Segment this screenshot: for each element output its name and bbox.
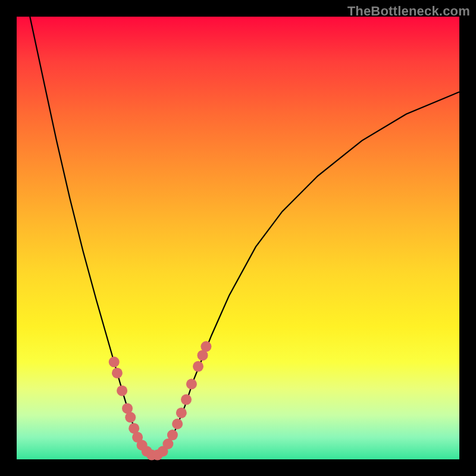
data-marker xyxy=(181,394,192,405)
bottleneck-curve xyxy=(30,17,459,455)
chart-area xyxy=(17,17,459,459)
data-marker xyxy=(193,361,203,372)
data-marker xyxy=(172,419,183,430)
data-marker xyxy=(201,341,211,352)
watermark-text: TheBottleneck.com xyxy=(347,4,470,19)
data-marker xyxy=(176,408,187,418)
data-marker xyxy=(117,386,127,396)
data-marker xyxy=(167,430,178,440)
data-marker xyxy=(125,412,136,422)
marker-group xyxy=(109,341,212,460)
data-marker xyxy=(112,368,123,378)
plot-svg xyxy=(17,17,459,459)
data-marker xyxy=(186,379,197,390)
data-marker xyxy=(109,356,120,367)
